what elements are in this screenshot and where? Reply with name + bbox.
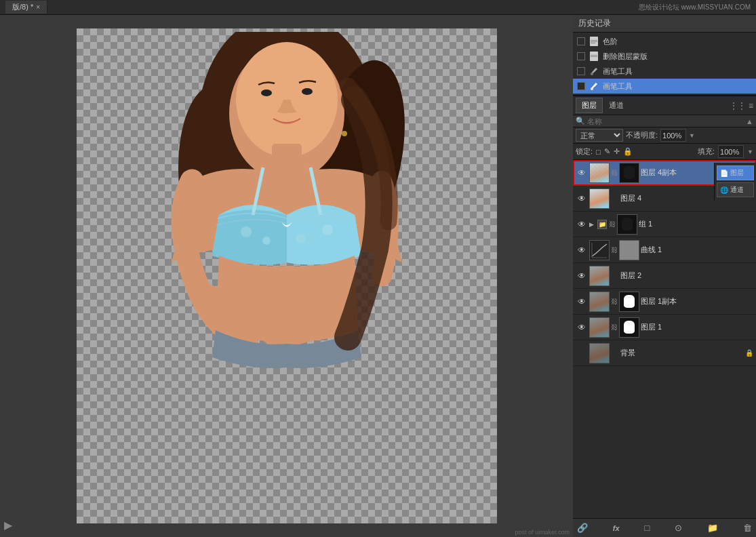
delete-layer-icon[interactable]: 🗑 bbox=[743, 523, 752, 533]
history-panel-header: 历史记录 bbox=[573, 15, 756, 33]
lock-image-icon[interactable]: ✎ bbox=[604, 147, 610, 156]
model-image bbox=[77, 28, 497, 523]
svg-rect-19 bbox=[591, 55, 597, 56]
layer-item-1[interactable]: 👁 ⛓ 图层 1 bbox=[573, 315, 756, 340]
history-title: 历史记录 bbox=[578, 18, 611, 29]
mini-layers-btn[interactable]: 📄 图层 bbox=[717, 165, 754, 180]
layer-name: 图层 1副本 bbox=[641, 296, 753, 306]
tab-close-icon[interactable]: × bbox=[36, 3, 40, 11]
new-group-icon[interactable]: 📁 bbox=[707, 523, 718, 533]
visibility-eye[interactable]: 👁 bbox=[576, 297, 588, 306]
svg-rect-16 bbox=[591, 41, 597, 42]
blend-mode-select[interactable]: 正常 溶解 正片叠底 bbox=[576, 129, 623, 142]
sort-icon[interactable]: ▲ bbox=[746, 117, 753, 125]
panel-expand-icon[interactable]: ≡ bbox=[749, 101, 753, 111]
layer-effects-icon[interactable]: fx bbox=[613, 524, 620, 532]
history-page-icon bbox=[589, 37, 599, 46]
layer-item-curves-1[interactable]: 👁 ⛓ 曲线 1 bbox=[573, 237, 756, 263]
layer-mask-thumbnail bbox=[619, 292, 639, 312]
layer-name: 曲线 1 bbox=[641, 245, 753, 255]
watermark-bottom: post of uimaker.com bbox=[515, 529, 570, 536]
chain-icon: ⛓ bbox=[611, 246, 618, 254]
layer-name: 图层 2 bbox=[611, 271, 753, 281]
canvas-background bbox=[77, 28, 497, 523]
visibility-eye[interactable]: 👁 bbox=[576, 194, 588, 203]
layer-list: 👁 ⛓ 图层 4副本 👁 bbox=[573, 160, 756, 518]
history-section: 历史记录 色阶 删除图层蒙版 bbox=[573, 15, 756, 96]
right-panel: 历史记录 色阶 删除图层蒙版 bbox=[573, 15, 756, 537]
chain-icon: ⛓ bbox=[609, 220, 616, 228]
search-icon: 🔍 bbox=[576, 117, 585, 125]
link-layers-icon[interactable]: 🔗 bbox=[577, 523, 588, 533]
history-item-active[interactable]: 画笔工具 bbox=[573, 79, 756, 94]
watermark-top: 思绘设计论坛 www.MISSYUAN.COM bbox=[639, 3, 751, 12]
layer-thumbnail bbox=[589, 343, 610, 363]
svg-point-10 bbox=[296, 234, 305, 243]
visibility-eye[interactable]: 👁 bbox=[576, 323, 588, 332]
tab-layers[interactable]: 图层 bbox=[576, 98, 603, 113]
fill-label: 填充: bbox=[698, 146, 715, 157]
layer-name: 背景 bbox=[611, 348, 744, 358]
history-page-icon bbox=[589, 52, 599, 61]
svg-point-8 bbox=[241, 226, 252, 237]
visibility-eye[interactable]: 👁 bbox=[576, 220, 588, 229]
model-svg bbox=[90, 32, 483, 520]
history-item[interactable]: 色阶 bbox=[573, 34, 756, 49]
mini-channels-btn[interactable]: 🌐 通道 bbox=[717, 182, 754, 197]
history-checkbox[interactable] bbox=[577, 52, 585, 60]
opacity-input[interactable] bbox=[660, 129, 686, 142]
lock-all-icon[interactable]: 🔒 bbox=[623, 147, 633, 156]
lock-label: 锁定: bbox=[576, 146, 593, 157]
layer-thumbnail bbox=[589, 240, 610, 260]
opacity-arrow[interactable]: ▼ bbox=[689, 132, 695, 139]
visibility-eye[interactable]: 👁 bbox=[576, 168, 588, 178]
history-label-active: 画笔工具 bbox=[603, 81, 633, 92]
layers-panel-icons: ⋮⋮ ≡ bbox=[730, 101, 753, 111]
layer-item-background[interactable]: 👁 背景 🔒 bbox=[573, 340, 756, 366]
layers-tabs-row: 图层 通道 ⋮⋮ ≡ bbox=[573, 96, 756, 115]
layer-mask-thumbnail bbox=[617, 214, 637, 235]
layer-item-1-copy[interactable]: 👁 ⛓ 图层 1副本 bbox=[573, 289, 756, 315]
visibility-eye[interactable]: 👁 bbox=[576, 271, 588, 281]
layer-thumbnail bbox=[589, 266, 610, 286]
nav-play-icon[interactable]: ▶ bbox=[4, 519, 12, 532]
svg-rect-17 bbox=[591, 43, 595, 43]
history-label: 删除图层蒙版 bbox=[603, 52, 648, 62]
tab-channels[interactable]: 通道 bbox=[603, 98, 630, 113]
svg-point-22 bbox=[591, 87, 593, 90]
group-triangle-icon[interactable]: ▶ bbox=[589, 221, 596, 228]
svg-point-21 bbox=[591, 73, 593, 75]
history-brush-icon bbox=[589, 66, 599, 76]
visibility-eye[interactable]: 👁 bbox=[576, 245, 588, 255]
search-input[interactable] bbox=[587, 117, 744, 125]
svg-point-6 bbox=[302, 88, 313, 95]
svg-rect-20 bbox=[591, 56, 597, 57]
panel-menu-icon[interactable]: ⋮⋮ bbox=[730, 101, 746, 111]
folder-icon: 📁 bbox=[597, 220, 607, 229]
chain-icon: ⛓ bbox=[611, 298, 618, 305]
layer-name: 图层 1 bbox=[641, 322, 753, 332]
layer-mask-thumbnail bbox=[619, 317, 639, 338]
layers-tab-group: 图层 通道 bbox=[576, 98, 630, 113]
history-label: 画笔工具 bbox=[603, 66, 633, 77]
chain-icon: ⛓ bbox=[611, 323, 618, 331]
add-adjustment-icon[interactable]: ⊙ bbox=[675, 523, 682, 533]
layer-item-2[interactable]: 👁 图层 2 bbox=[573, 263, 756, 289]
document-tab[interactable]: 版/8) * × bbox=[5, 1, 47, 14]
lock-position-icon[interactable]: ✛ bbox=[614, 147, 620, 156]
history-item[interactable]: 删除图层蒙版 bbox=[573, 49, 756, 64]
fill-input[interactable] bbox=[718, 145, 744, 158]
blend-opacity-row: 正常 溶解 正片叠底 不透明度: ▼ bbox=[573, 127, 756, 144]
lock-pixels-icon[interactable]: □ bbox=[596, 148, 601, 156]
layer-item-group-1[interactable]: 👁 ▶ 📁 ⛓ 组 1 bbox=[573, 212, 756, 237]
opacity-label: 不透明度: bbox=[626, 130, 658, 140]
history-label: 色阶 bbox=[603, 37, 618, 47]
history-checkbox[interactable] bbox=[577, 37, 585, 45]
history-checkbox[interactable] bbox=[577, 67, 585, 75]
mini-panels-right: 📄 图层 🌐 通道 bbox=[714, 163, 756, 200]
history-item[interactable]: 画笔工具 bbox=[573, 64, 756, 79]
fill-arrow[interactable]: ▼ bbox=[747, 148, 753, 155]
svg-point-13 bbox=[342, 131, 347, 136]
add-mask-icon[interactable]: □ bbox=[645, 523, 650, 533]
history-checkbox[interactable] bbox=[577, 82, 585, 90]
